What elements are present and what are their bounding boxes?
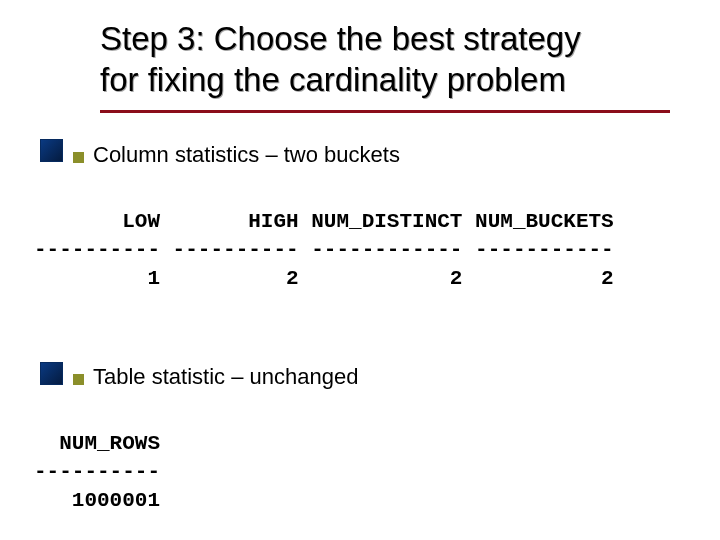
bullet-text-1: Column statistics – two buckets bbox=[93, 142, 400, 168]
bullet-icon bbox=[73, 374, 84, 385]
slide: Step 3: Choose the best strategy for fix… bbox=[0, 0, 720, 540]
bullet-text-2: Table statistic – unchanged bbox=[93, 364, 358, 390]
column-stats-table: LOW HIGH NUM_DISTINCT NUM_BUCKETS ------… bbox=[34, 208, 614, 293]
slide-title: Step 3: Choose the best strategy for fix… bbox=[100, 18, 680, 101]
title-line-2: for fixing the cardinality problem bbox=[100, 61, 566, 98]
bullet-icon bbox=[73, 152, 84, 163]
accent-square-icon bbox=[40, 362, 63, 385]
title-line-1: Step 3: Choose the best strategy bbox=[100, 20, 581, 57]
accent-square-fill bbox=[41, 363, 62, 384]
table-divider: ---------- bbox=[34, 460, 160, 483]
table-header: NUM_ROWS bbox=[34, 432, 160, 455]
table-header: LOW HIGH NUM_DISTINCT NUM_BUCKETS bbox=[34, 210, 614, 233]
title-underline bbox=[100, 110, 670, 113]
table-divider: ---------- ---------- ------------ -----… bbox=[34, 238, 614, 261]
accent-square-icon bbox=[40, 139, 63, 162]
table-stats-table: NUM_ROWS ---------- 1000001 bbox=[34, 430, 160, 515]
table-row: 1 2 2 2 bbox=[34, 267, 614, 290]
accent-square-fill bbox=[41, 140, 62, 161]
table-row: 1000001 bbox=[34, 489, 160, 512]
